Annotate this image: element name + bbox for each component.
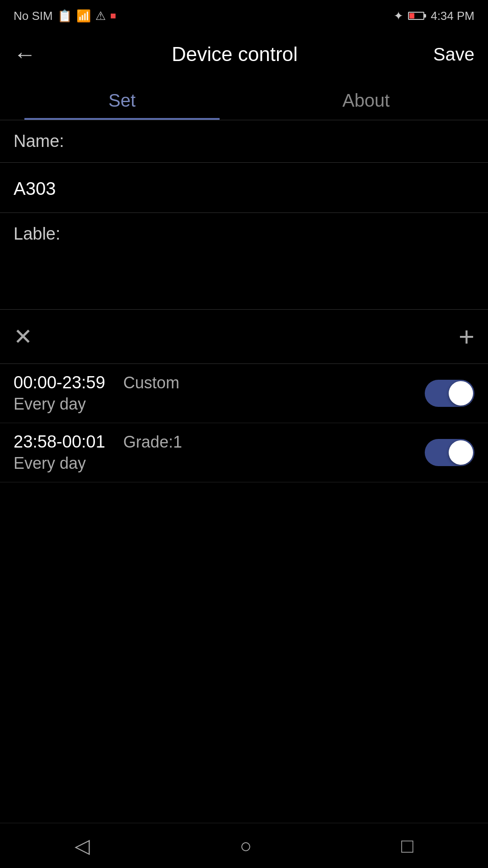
battery-icon: [408, 12, 424, 20]
tab-about[interactable]: About: [244, 77, 488, 120]
top-nav: ← Device control Save: [0, 32, 488, 77]
name-section: Name:: [0, 120, 488, 163]
battery-warning-icon: ⚠: [95, 9, 106, 23]
sim-icon: 📋: [57, 9, 72, 23]
save-button[interactable]: Save: [433, 44, 474, 65]
status-left: No SIM 📋 📶 ⚠ ■: [14, 9, 116, 23]
schedule-info-1: 00:00-23:59 Custom Every day: [14, 373, 425, 414]
status-bar: No SIM 📋 📶 ⚠ ■ ✦ 4:34 PM: [0, 0, 488, 32]
toggle-knob-2: [449, 440, 473, 465]
bluetooth-icon: ✦: [394, 9, 404, 23]
wifi-icon: 📶: [76, 9, 91, 23]
schedule-row-2[interactable]: 23:58-00:01 Grade:1 Every day: [0, 423, 488, 482]
schedule-row-inner-1: 00:00-23:59 Custom: [14, 373, 425, 392]
lable-label: Lable:: [14, 224, 474, 244]
schedule-type-1: Custom: [123, 373, 179, 392]
time-display: 4:34 PM: [431, 9, 474, 23]
name-value-section[interactable]: A303: [0, 163, 488, 213]
lable-section: Lable:: [0, 213, 488, 310]
name-label: Name:: [14, 132, 474, 151]
name-value: A303: [14, 174, 474, 201]
schedule-time-2: 23:58-00:01: [14, 432, 105, 452]
add-button[interactable]: +: [459, 321, 474, 352]
close-button[interactable]: ✕: [14, 324, 33, 350]
page-title: Device control: [172, 43, 298, 66]
schedule-day-1: Every day: [14, 395, 425, 414]
lable-input-area[interactable]: [14, 244, 474, 298]
action-bar: ✕ +: [0, 310, 488, 364]
nav-recent-button[interactable]: □: [401, 835, 413, 857]
toggle-1[interactable]: [425, 380, 474, 407]
toggle-2[interactable]: [425, 439, 474, 466]
bottom-nav: ◁ ○ □: [0, 823, 488, 868]
schedule-day-2: Every day: [14, 454, 425, 473]
schedule-row-1[interactable]: 00:00-23:59 Custom Every day: [0, 364, 488, 423]
lable-value: [14, 244, 474, 250]
schedule-row-inner-2: 23:58-00:01 Grade:1: [14, 432, 425, 452]
tab-bar: Set About: [0, 77, 488, 120]
schedule-info-2: 23:58-00:01 Grade:1 Every day: [14, 432, 425, 473]
back-button[interactable]: ←: [14, 41, 36, 67]
nav-home-button[interactable]: ○: [239, 835, 252, 857]
tab-set[interactable]: Set: [0, 77, 244, 120]
toggle-knob-1: [449, 381, 473, 406]
schedule-type-2: Grade:1: [123, 433, 182, 452]
nav-back-button[interactable]: ◁: [75, 834, 90, 857]
status-right: ✦ 4:34 PM: [394, 9, 474, 23]
schedule-time-1: 00:00-23:59: [14, 373, 105, 392]
carrier-text: No SIM: [14, 9, 53, 23]
notification-icon: ■: [110, 10, 116, 22]
